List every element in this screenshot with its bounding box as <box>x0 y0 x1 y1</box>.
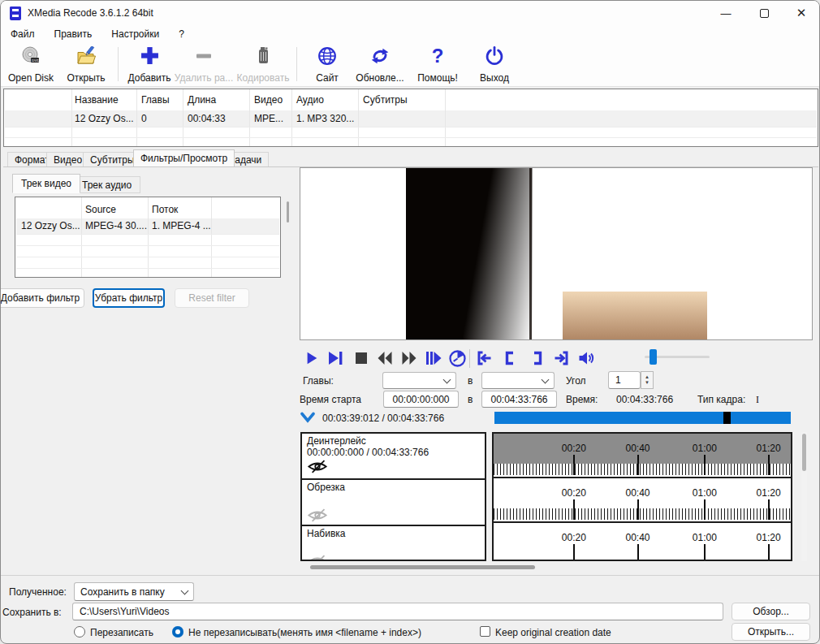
eye-off-icon[interactable] <box>307 508 328 522</box>
video-frame <box>406 168 707 339</box>
open-file-button[interactable]: Открыть <box>61 46 111 84</box>
step-forward-icon <box>425 350 442 366</box>
chevron-down-icon <box>443 375 451 383</box>
column-audio[interactable]: Аудио <box>296 94 324 106</box>
start-time-input[interactable]: 00:00:00:000 <box>383 391 459 408</box>
add-filter-button[interactable]: Добавить фильтр <box>0 288 84 308</box>
filter-item-crop[interactable]: Обрезка <box>302 480 485 526</box>
remove-filter-button[interactable]: Убрать фильтр <box>93 288 165 308</box>
overwrite-radio[interactable] <box>74 626 85 638</box>
tab-filters-preview[interactable]: Фильтры/Просмотр <box>133 149 235 166</box>
stepper-up-icon[interactable]: ▲ <box>645 374 650 380</box>
volume-button[interactable] <box>577 349 595 367</box>
rewind-icon <box>376 350 394 366</box>
angle-input[interactable]: 1 <box>608 371 641 389</box>
eye-off-icon[interactable] <box>307 460 328 473</box>
chapters-label: Главы: <box>303 375 334 387</box>
open-output-button[interactable]: Открыть... <box>732 623 810 641</box>
play-icon <box>304 350 319 366</box>
save-mode-select[interactable]: Сохранить в папку <box>74 582 194 601</box>
destination-path-input[interactable]: C:\Users\Yuri\Videos <box>72 603 723 620</box>
filter-item-deinterlace[interactable]: Деинтерлейс 00:00:00:000 / 00:04:33:766 <box>302 434 485 480</box>
browse-button[interactable]: Обзор... <box>732 603 810 620</box>
chevron-down-icon <box>542 375 550 383</box>
encode-icon <box>254 46 272 66</box>
horizontal-scrollbar-thumb[interactable] <box>310 565 535 569</box>
column-length[interactable]: Длина <box>188 94 216 106</box>
volume-slider-thumb[interactable] <box>650 349 657 365</box>
subtab-video-track[interactable]: Трек видео <box>12 174 80 193</box>
subtab-audio-track[interactable]: Трек аудио <box>73 176 140 193</box>
column-stream[interactable]: Поток <box>152 204 178 215</box>
filter-item-padding[interactable]: Набивка <box>302 526 485 561</box>
stream-table: Source Поток 12 Ozzy Os... MPEG-4 30....… <box>15 197 281 278</box>
menu-help[interactable]: ? <box>169 28 194 40</box>
speaker-icon <box>577 350 595 366</box>
end-time-input[interactable]: 00:04:33:766 <box>481 391 557 408</box>
video-dark-wall <box>406 168 533 339</box>
seek-bar[interactable] <box>494 412 791 424</box>
rewind-button[interactable] <box>376 349 394 367</box>
website-button[interactable]: Сайт <box>310 46 344 84</box>
minimize-button[interactable]: — <box>707 1 744 25</box>
exit-button[interactable]: Выход <box>472 46 517 84</box>
remove-button: Удалить ра... <box>175 46 232 84</box>
column-subtitles[interactable]: Субтитры <box>363 94 408 106</box>
file-length: 00:04:33 <box>188 113 226 124</box>
fast-forward-icon <box>400 350 418 366</box>
timer-button[interactable] <box>448 349 467 367</box>
no-overwrite-radio[interactable] <box>172 626 183 638</box>
chevron-down-icon <box>181 586 189 594</box>
menu-settings[interactable]: Настройки <box>101 28 169 40</box>
column-chapters[interactable]: Главы <box>141 94 170 106</box>
eye-off-icon[interactable] <box>307 555 328 561</box>
keep-date-label[interactable]: Keep original creation date <box>495 627 611 638</box>
menu-file[interactable]: Файл <box>1 28 45 40</box>
column-video[interactable]: Видео <box>254 94 283 106</box>
menu-bar: Файл Править Настройки ? <box>1 25 820 43</box>
overwrite-label[interactable]: Перезаписать <box>90 627 153 638</box>
timeline-row-deinterlace[interactable]: 00:20 00:40 01:00 01:20 <box>494 434 791 478</box>
next-frame-button[interactable] <box>327 349 343 367</box>
left-panel-scrollbar[interactable] <box>287 201 289 223</box>
add-button[interactable]: Добавить <box>125 46 174 84</box>
collapse-button[interactable] <box>300 412 316 424</box>
menu-edit[interactable]: Править <box>45 28 102 40</box>
close-button[interactable]: ✕ <box>783 1 820 25</box>
maximize-button[interactable] <box>745 1 783 25</box>
toolbar-separator <box>296 47 297 81</box>
stepper-down-icon[interactable]: ▼ <box>645 380 650 386</box>
keep-date-checkbox[interactable] <box>480 626 490 637</box>
step-forward-button[interactable] <box>425 349 442 367</box>
column-name[interactable]: Название <box>75 94 119 106</box>
title-bar: XMedia Recode 3.6.1.2 64bit — ✕ <box>1 1 820 25</box>
stop-button[interactable] <box>353 349 369 367</box>
update-button[interactable]: Обновле... <box>352 46 408 84</box>
timeline-scrollbar-thumb[interactable] <box>802 434 806 471</box>
frame-type-value: I <box>756 394 759 406</box>
position-text: 00:03:39:012 / 00:04:33:766 <box>322 413 444 424</box>
angle-stepper[interactable]: ▲ ▼ <box>641 371 654 389</box>
goto-start-button[interactable] <box>476 349 493 367</box>
help-button[interactable]: ? Помощь! <box>413 46 462 84</box>
mark-start-button[interactable] <box>503 349 517 367</box>
open-disk-button[interactable]: DVD Open Disk <box>6 46 56 84</box>
video-floor <box>563 292 707 339</box>
fast-forward-button[interactable] <box>400 349 418 367</box>
chapter-from-select[interactable] <box>382 372 456 389</box>
mark-end-button[interactable] <box>530 349 545 367</box>
seek-marker[interactable] <box>723 412 731 424</box>
play-button[interactable] <box>304 349 319 367</box>
app-window: XMedia Recode 3.6.1.2 64bit — ✕ Файл Пра… <box>0 0 820 644</box>
goto-end-button[interactable] <box>553 349 570 367</box>
timeline-row-padding[interactable]: 00:20 00:40 01:00 01:20 <box>494 523 791 560</box>
trim-in-label: в <box>468 394 473 405</box>
chapters-in-label: в <box>468 375 473 387</box>
timeline-row-crop[interactable]: 00:20 00:40 01:00 01:20 <box>494 478 791 523</box>
column-source[interactable]: Source <box>85 204 116 215</box>
transport-separator <box>469 349 470 368</box>
stream-name: 12 Ozzy Os... <box>21 220 80 231</box>
refresh-icon <box>370 46 390 66</box>
no-overwrite-label[interactable]: Не перезаписывать(менять имя <filename +… <box>188 627 421 638</box>
chapter-to-select[interactable] <box>481 372 555 389</box>
